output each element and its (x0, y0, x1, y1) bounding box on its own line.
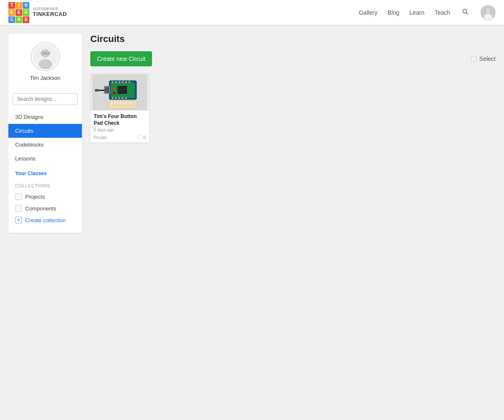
page-title: Circuits (90, 34, 125, 45)
collection-projects-label: Projects (25, 194, 45, 200)
svg-rect-32 (125, 97, 127, 99)
svg-point-53 (113, 105, 114, 106)
svg-point-50 (128, 102, 129, 103)
svg-rect-26 (125, 81, 127, 83)
svg-rect-22 (112, 81, 113, 83)
svg-rect-27 (129, 81, 130, 83)
svg-point-47 (119, 102, 120, 103)
svg-point-39 (113, 88, 116, 90)
collection-projects-icon (15, 193, 22, 200)
logo-cell-d: D (23, 16, 29, 23)
svg-rect-29 (115, 97, 117, 99)
sidebar-profile: Tim Jackson (8, 42, 82, 88)
svg-rect-33 (118, 86, 127, 94)
navbar: T I N K E R C A D AUTODESK® TINKERCAD Ga… (0, 0, 504, 25)
card-thumbnail (90, 73, 149, 111)
sidebar-item-circuits[interactable]: Circuits (8, 124, 82, 138)
profile-name: Tim Jackson (30, 75, 60, 81)
logo-cell-e: E (16, 9, 22, 16)
sidebar-item-codeblocks[interactable]: Codeblocks (8, 138, 82, 152)
logo-cell-a: A (16, 16, 22, 23)
svg-point-49 (125, 102, 126, 103)
card-privacy: Private (94, 135, 107, 140)
svg-rect-28 (112, 97, 113, 99)
svg-point-55 (119, 105, 120, 106)
card-info: Tim's Four Button Pad Check 6 days ago (90, 111, 149, 135)
brand: T I N K E R C A D AUTODESK® TINKERCAD (8, 2, 67, 23)
collection-components[interactable]: Components (8, 202, 82, 214)
svg-line-1 (466, 13, 468, 14)
search-icon-button[interactable] (460, 7, 470, 18)
create-collection-icon: + (15, 217, 22, 223)
logo-cell-r: R (23, 9, 29, 16)
content-area: Circuits Create new Circuit Select (90, 34, 496, 412)
svg-rect-23 (115, 81, 117, 83)
sidebar-item-lessons[interactable]: Lessons (8, 152, 82, 165)
svg-point-45 (113, 102, 114, 103)
collections-label: Collections (8, 178, 82, 191)
brand-text: AUTODESK® TINKERCAD (33, 7, 67, 17)
create-circuit-button[interactable]: Create new Circuit (90, 51, 152, 66)
nav-blog[interactable]: Blog (388, 9, 399, 16)
logo-cell-i: I (16, 2, 22, 9)
heart-icon (137, 135, 142, 140)
collection-projects[interactable]: Projects (8, 191, 82, 202)
svg-point-51 (131, 102, 131, 103)
sidebar-item-3d-designs[interactable]: 3D Designs (8, 110, 82, 124)
select-checkbox[interactable] (471, 56, 477, 62)
select-label[interactable]: Select (471, 55, 496, 62)
logo-cell-n: N (23, 2, 29, 9)
collection-components-label: Components (25, 205, 56, 212)
svg-point-54 (116, 105, 117, 106)
sidebar: Tim Jackson 3D Designs Circuits Codebloc… (8, 34, 82, 233)
svg-rect-30 (118, 97, 120, 99)
logo-cell-t: T (8, 2, 15, 9)
svg-point-59 (131, 105, 131, 106)
cards-grid: Tim's Four Button Pad Check 6 days ago P… (90, 73, 496, 142)
search-icon (462, 8, 469, 15)
your-classes-label: Your Classes (8, 165, 82, 178)
page-header: Circuits (90, 34, 496, 45)
svg-rect-31 (122, 97, 123, 99)
create-collection-button[interactable]: + Create collection (8, 214, 82, 226)
card-title: Tim's Four Button Pad Check (94, 113, 146, 126)
logo-cell-c: C (8, 16, 15, 23)
tinkercad-logo: T I N K E R C A D (8, 2, 29, 23)
card-footer: Private 0 (90, 135, 149, 142)
user-avatar-icon (481, 6, 495, 19)
svg-point-60 (134, 105, 134, 106)
svg-point-57 (125, 105, 126, 106)
search-input[interactable] (13, 93, 78, 105)
card-time: 6 days ago (94, 128, 146, 132)
circuit-card[interactable]: Tim's Four Button Pad Check 6 days ago P… (90, 73, 149, 142)
navbar-nav: Gallery Blog Learn Teach (359, 5, 496, 20)
svg-point-58 (128, 105, 129, 106)
card-like: 0 (137, 135, 146, 140)
collection-components-icon (15, 205, 22, 212)
svg-point-52 (134, 102, 134, 103)
user-avatar-button[interactable] (480, 5, 496, 20)
nav-learn[interactable]: Learn (410, 9, 425, 16)
svg-rect-24 (118, 81, 120, 83)
svg-point-56 (122, 105, 123, 106)
card-like-count: 0 (143, 135, 146, 140)
svg-point-48 (122, 102, 123, 103)
svg-rect-40 (113, 92, 116, 94)
svg-rect-25 (122, 81, 123, 83)
circuit-thumbnail-icon (92, 74, 147, 110)
logo-cell-k: K (8, 9, 15, 16)
select-text: Select (479, 55, 496, 62)
svg-rect-42 (95, 89, 98, 92)
create-collection-label: Create collection (25, 217, 66, 223)
svg-rect-21 (105, 87, 109, 93)
profile-avatar-icon (33, 44, 58, 69)
main-wrapper: Tim Jackson 3D Designs Circuits Codebloc… (0, 25, 504, 420)
svg-point-16 (39, 59, 52, 69)
brand-tinkercad: TINKERCAD (33, 11, 67, 17)
profile-avatar (31, 42, 60, 71)
nav-gallery[interactable]: Gallery (359, 9, 377, 16)
svg-point-46 (116, 102, 117, 103)
nav-teach[interactable]: Teach (435, 9, 450, 16)
